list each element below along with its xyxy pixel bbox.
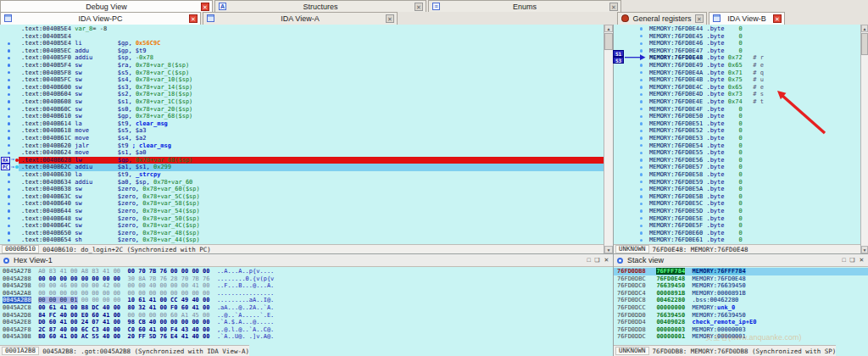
memory-line[interactable]: MEMORY:76FD0E55 .byte 0 bbox=[614, 149, 860, 157]
hex-row[interactable]: 0045A278 A0 83 41 00 A8 83 41 00 00 70 7… bbox=[0, 268, 613, 275]
memory-line[interactable]: MEMORY:76FD0E5B .byte 0 bbox=[614, 193, 860, 201]
memory-line[interactable]: MEMORY:76FD0E56 .byte 0 bbox=[614, 157, 860, 164]
disasm-line[interactable]: .text:0040B654 sh $zero, 0x78+var_44($sp… bbox=[0, 236, 604, 244]
close-icon[interactable]: ✕ bbox=[189, 14, 198, 23]
memory-line[interactable]: MEMORY:76FD0E51 .byte 0 bbox=[614, 120, 860, 128]
close-icon[interactable]: ✕ bbox=[858, 256, 865, 264]
memory-line[interactable]: MEMORY:76FD0E58 .byte 0 bbox=[614, 171, 860, 179]
memory-line[interactable]: MEMORY:76FD0E49 .byte 0x65 # e bbox=[614, 62, 860, 70]
stack-row[interactable]: 76FD0DBC 76FD0E48 MEMORY:76FD0E48 bbox=[614, 275, 868, 283]
close-icon[interactable]: ✕ bbox=[603, 256, 610, 264]
hex-row[interactable]: 0045A2B8 00 00 00 01 00 00 00 00 10 61 4… bbox=[0, 297, 613, 304]
disasm-line[interactable]: .text:0040B638 sw $zero, 0x78+var_60($sp… bbox=[0, 186, 604, 193]
disasm-line[interactable]: .text:0040B604 sw $s2, 0x78+var_18($sp) bbox=[0, 91, 604, 98]
memory-line[interactable]: MEMORY:76FD0E46 .byte 0 bbox=[614, 40, 860, 47]
float-icon[interactable]: ❏ bbox=[849, 256, 856, 264]
memory-line[interactable]: MEMORY:76FD0E45 .byte 0 bbox=[614, 33, 860, 41]
disasm-line[interactable]: .text:0040B5E4 li $gp, 0x56C9C bbox=[0, 40, 604, 47]
tab-structures[interactable]: AStructures✕ bbox=[214, 0, 426, 12]
disasm-scrollbar[interactable]: ▲ ▼ bbox=[604, 25, 613, 253]
memory-line[interactable]: MEMORY:76FD0E57 .byte 0 bbox=[614, 164, 860, 171]
memory-line[interactable]: MEMORY:76FD0E4B .byte 0x75 # u bbox=[614, 76, 860, 84]
memory-dot[interactable] bbox=[640, 231, 643, 234]
close-icon[interactable]: ✕ bbox=[609, 3, 618, 11]
disasm-line[interactable]: .text:0040B628 lw $gp, 0x78+var_68($sp) bbox=[19, 157, 604, 164]
memory-line[interactable]: MEMORY:76FD0E5F .byte 0 bbox=[614, 222, 860, 230]
disasm-line[interactable]: .text:0040B5F0 addiu $sp, -0x78 bbox=[0, 54, 604, 62]
tab-debug-view[interactable]: Debug View✕ bbox=[0, 0, 213, 12]
disasm-line[interactable]: .text:0040B600 sw $s3, 0x78+var_14($sp) bbox=[0, 84, 604, 92]
memory-line[interactable]: MEMORY:76FD0E5E .byte 0 bbox=[614, 215, 860, 223]
memory-dot[interactable] bbox=[640, 159, 643, 161]
tab-enums[interactable]: ≡Enums✕ bbox=[428, 0, 621, 12]
disasm-line[interactable]: .text:0040B5F8 sw $s5, 0x78+var_C($sp) bbox=[0, 70, 604, 77]
disasm-line[interactable]: .text:0040B5FC sw $s4, 0x78+var_10($sp) bbox=[0, 76, 604, 84]
memory-dot[interactable] bbox=[640, 49, 643, 52]
hex-row[interactable]: 0045A288 00 00 00 00 00 00 00 00 30 8A 7… bbox=[0, 275, 613, 283]
breakpoint-dot[interactable] bbox=[8, 49, 10, 52]
disasm-line[interactable]: .text:0040B608 sw $s1, 0x78+var_1C($sp) bbox=[0, 98, 604, 106]
stack-row[interactable]: 76FD0DD4 00409028 check_remote_ip+E0 bbox=[614, 319, 868, 326]
disasm-line[interactable]: .text:0040B648 sw $zero, 0x78+var_50($sp… bbox=[0, 215, 604, 223]
memory-line[interactable]: MEMORY:76FD0E53 .byte 0 bbox=[614, 135, 860, 142]
float-icon[interactable]: ❏ bbox=[593, 256, 601, 264]
close-icon[interactable]: ✕ bbox=[695, 14, 704, 23]
memory-line[interactable]: MEMORY:76FD0E61 .byte 0 bbox=[614, 236, 860, 244]
memory-line[interactable]: MEMORY:76FD0E5D .byte 0 bbox=[614, 208, 860, 215]
stack-row[interactable]: 76FD0DC4 0000891B MEMORY:0000891B bbox=[614, 290, 868, 298]
hex-row[interactable]: 0045A308 B0 60 41 00 AC 55 40 00 20 FF 5… bbox=[0, 333, 613, 341]
hex-row[interactable]: 0045A2A8 00 00 00 00 00 00 00 00 00 00 0… bbox=[0, 290, 613, 298]
memory-line[interactable]: MEMORY:76FD0E59 .byte 0 bbox=[614, 179, 860, 186]
stack-row[interactable]: 76FD0DC8 00462280 .bss:00462280 bbox=[614, 297, 868, 304]
hex-row[interactable]: 0045A2E8 D0 60 41 00 24 07 41 00 98 CB 4… bbox=[0, 319, 613, 326]
disasm-line[interactable]: .text:0040B62C addiu $a1, $s1, 0x299 bbox=[19, 164, 604, 171]
scroll-up-icon[interactable]: ▲ bbox=[604, 25, 613, 32]
hex-view-titlebar[interactable]: Hex View-1 □ ❏ ✕ bbox=[0, 254, 613, 267]
scroll-up-icon[interactable]: ▲ bbox=[861, 25, 868, 32]
disasm-line[interactable]: .text:0040B624 move $s1, $a0 bbox=[0, 149, 604, 157]
memory-line[interactable]: MEMORY:76FD0E4E .byte 0x74 # t bbox=[614, 98, 860, 106]
memory-line[interactable]: MEMORY:76FD0E60 .byte 0 bbox=[614, 230, 860, 237]
memory-line[interactable]: MEMORY:76FD0E52 .byte 0 bbox=[614, 127, 860, 135]
memory-line[interactable]: MEMORY:76FD0E54 .byte 0 bbox=[614, 142, 860, 150]
disasm-line[interactable]: .text:0040B614 la $t9, clear_msg bbox=[0, 120, 604, 128]
disasm-line[interactable]: .text:0040B620 jalr $t9 ; clear_msg bbox=[0, 142, 604, 150]
disasm-line[interactable]: .text:0040B61C move $s4, $a2 bbox=[0, 135, 604, 142]
memory-line[interactable]: MEMORY:76FD0E48 .byte 0x72 # r bbox=[614, 54, 860, 62]
restore-icon[interactable]: □ bbox=[840, 256, 848, 264]
breakpoint-dot[interactable] bbox=[8, 195, 10, 197]
memory-scrollbar[interactable]: ▲ ▼ bbox=[860, 25, 868, 253]
restore-icon[interactable]: □ bbox=[585, 256, 593, 264]
scroll-thumb[interactable] bbox=[604, 33, 613, 50]
tab-ida-view-a[interactable]: IDA View-A✕ bbox=[203, 12, 398, 25]
disasm-line[interactable]: .text:0040B5EC addu $gp, $t9 bbox=[0, 47, 604, 55]
breakpoint-dot[interactable] bbox=[8, 122, 10, 125]
hex-row[interactable]: 0045A2D8 84 FC 40 00 E0 60 41 00 00 00 0… bbox=[0, 312, 613, 320]
memory-line[interactable]: MEMORY:76FD0E4F .byte 0 bbox=[614, 106, 860, 114]
memory-dot[interactable] bbox=[640, 122, 643, 125]
disasm-line[interactable]: .text:0040B618 move $s5, $a3 bbox=[0, 127, 604, 135]
close-icon[interactable]: ✕ bbox=[386, 14, 394, 23]
close-icon[interactable]: ✕ bbox=[415, 3, 423, 11]
close-icon[interactable]: ✕ bbox=[773, 14, 782, 23]
breakpoint-dot[interactable] bbox=[8, 86, 10, 88]
disasm-line[interactable]: .text:0040B634 addiu $a0, $sp, 0x78+var_… bbox=[0, 179, 604, 186]
hex-row[interactable]: 0045A2F8 2C 87 40 00 6C C3 40 00 C0 60 4… bbox=[0, 326, 613, 334]
stack-view-titlebar[interactable]: Stack view □ ❏ ✕ bbox=[614, 254, 868, 267]
disasm-line[interactable]: .text:0040B63C sw $zero, 0x78+var_5C($sp… bbox=[0, 193, 604, 201]
disasm-line[interactable]: .text:0040B640 sw $zero, 0x78+var_58($sp… bbox=[0, 200, 604, 208]
memory-listing[interactable]: MEMORY:76FD0E44 .byte 0MEMORY:76FD0E45 .… bbox=[614, 25, 860, 244]
memory-line[interactable]: MEMORY:76FD0E44 .byte 0 bbox=[614, 25, 860, 33]
hex-row[interactable]: 0045A2C8 00 61 41 00 B8 DC 40 00 80 32 4… bbox=[0, 304, 613, 312]
disasm-line[interactable]: .text:0040B630 la $t9, _strcpy bbox=[0, 171, 604, 179]
memory-line[interactable]: MEMORY:76FD0E50 .byte 0 bbox=[614, 113, 860, 120]
disasm-line[interactable]: .text:0040B5E4 var_8= -8 bbox=[0, 25, 604, 33]
tab-ida-view-pc[interactable]: IDA View-PC✕ bbox=[0, 12, 201, 25]
memory-line[interactable]: MEMORY:76FD0E47 .byte 0 bbox=[614, 47, 860, 55]
scroll-down-icon[interactable]: ▼ bbox=[604, 246, 613, 253]
stack-row[interactable]: 76FD0DC0 76639450 MEMORY:76639450 bbox=[614, 282, 868, 290]
stack-row[interactable]: 76FD0DD0 76639450 MEMORY:76639450 bbox=[614, 312, 868, 320]
memory-dot[interactable] bbox=[640, 195, 643, 197]
memory-dot[interactable] bbox=[640, 86, 643, 88]
memory-line[interactable]: MEMORY:76FD0E4A .byte 0x71 # q bbox=[614, 70, 860, 77]
